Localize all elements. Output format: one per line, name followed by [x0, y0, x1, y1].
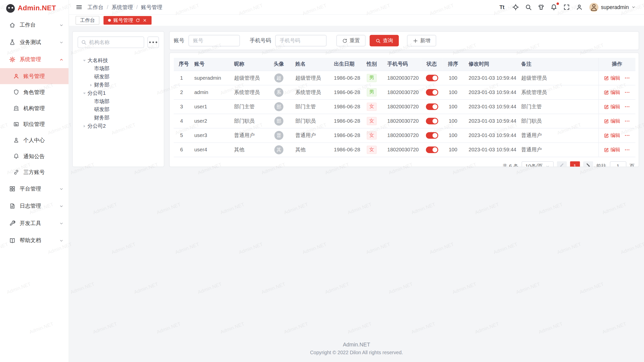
sidebar-subitem-2-1[interactable]: 角色管理 [0, 84, 69, 100]
next-page-button[interactable] [583, 161, 593, 167]
col-header-status: 状态 [421, 58, 442, 71]
sidebar-subitem-label: 账号管理 [23, 72, 45, 80]
tab-refresh-icon[interactable] [136, 18, 140, 23]
row-more-button[interactable] [624, 118, 630, 124]
sidebar-item-4[interactable]: 日志管理 [0, 197, 69, 215]
caret-right-icon[interactable] [81, 124, 87, 128]
status-toggle[interactable] [426, 103, 438, 110]
query-button[interactable]: 查询 [370, 35, 399, 47]
status-toggle[interactable] [426, 132, 438, 139]
sidebar-subitem-2-0[interactable]: 账号管理 [0, 68, 69, 84]
account-filter-label: 账号 [174, 37, 184, 44]
avatar: 其 [274, 145, 284, 154]
edit-button[interactable]: 编辑 [604, 146, 620, 153]
sidebar-subitem-2-5[interactable]: 通知公告 [0, 148, 69, 164]
user-menu[interactable]: superadmin [589, 3, 636, 12]
org-more-button[interactable] [147, 36, 159, 48]
edit-button[interactable]: 编辑 [604, 118, 620, 125]
row-more-button[interactable] [624, 89, 630, 95]
sidebar-item-5[interactable]: 开发工具 [0, 215, 69, 232]
status-toggle[interactable] [426, 147, 438, 153]
caret-down-icon[interactable] [81, 58, 87, 63]
status-toggle[interactable] [426, 75, 438, 81]
row-more-button[interactable] [624, 104, 630, 110]
tab-1[interactable]: 账号管理 [103, 16, 151, 25]
collapse-menu-icon[interactable] [75, 4, 83, 11]
caret-down-icon[interactable] [81, 91, 87, 96]
tree-node[interactable]: 市场部 [78, 97, 159, 106]
sidebar-subitem-label: 职位管理 [23, 120, 45, 128]
theme-icon[interactable] [538, 4, 545, 11]
notification-bell-icon[interactable] [550, 4, 557, 11]
sidebar-subitem-2-3[interactable]: 职位管理 [0, 116, 69, 132]
prev-page-button[interactable] [557, 161, 567, 167]
row-more-button[interactable] [624, 147, 630, 153]
log-icon [9, 203, 16, 209]
cell-phone: 18020030720 [382, 85, 421, 100]
col-header-seq: 序号 [174, 58, 189, 71]
sidebar-item-6[interactable]: 帮助文档 [0, 232, 69, 249]
cell-nickname: 普通用户 [229, 128, 267, 143]
user-icon[interactable] [576, 4, 583, 11]
edit-button[interactable]: 编辑 [604, 74, 620, 81]
edit-icon [604, 133, 609, 138]
page-1-button[interactable]: 1 [570, 161, 580, 167]
sidebar-item-1[interactable]: 业务测试 [0, 34, 69, 51]
avatar [589, 3, 598, 12]
breadcrumb-item[interactable]: 工作台 [88, 4, 104, 11]
logo[interactable]: Admin.NET [0, 0, 69, 16]
status-toggle[interactable] [426, 118, 438, 124]
chevron-down-icon [545, 164, 550, 167]
sidebar-subitem-2-4[interactable]: 个人中心 [0, 132, 69, 148]
page-size-select[interactable]: 10条/页 [522, 161, 553, 167]
sidebar-subitem-2-2[interactable]: 机构管理 [0, 100, 69, 116]
tab-close-icon[interactable] [143, 18, 147, 23]
org-search-field [78, 36, 144, 48]
sidebar: Admin.NET 工作台业务测试系统管理账号管理角色管理机构管理职位管理个人中… [0, 0, 69, 362]
cell-time: 2023-01-03 10:59:44 [464, 128, 516, 143]
tree-node[interactable]: 研发部 [78, 106, 159, 114]
status-toggle[interactable] [426, 89, 438, 96]
tree-node[interactable]: 分公司1 [78, 89, 159, 97]
edit-button[interactable]: 编辑 [604, 103, 620, 110]
cell-name: 部门职员 [290, 114, 329, 128]
row-more-button[interactable] [624, 132, 630, 138]
fullscreen-icon[interactable] [563, 4, 570, 11]
goto-label: 前往 [596, 163, 607, 167]
breadcrumb-item[interactable]: 系统管理 [111, 4, 133, 11]
sidebar-item-2[interactable]: 系统管理 [0, 51, 69, 68]
goto-page-input[interactable] [610, 161, 626, 167]
edit-button[interactable]: 编辑 [604, 132, 620, 139]
sidebar-subitem-2-6[interactable]: 三方账号 [0, 164, 69, 180]
cell-name: 系统管理员 [290, 85, 329, 100]
phone-filter-input[interactable] [275, 35, 327, 47]
sidebar-item-3[interactable]: 平台管理 [0, 180, 69, 198]
sidebar-subitem-label: 个人中心 [23, 137, 45, 144]
tree-node[interactable]: 分公司2 [78, 122, 159, 130]
tree-node[interactable]: 财务部 [78, 114, 159, 122]
tree-node[interactable]: 市场部 [78, 64, 159, 73]
reset-button[interactable]: 重置 [336, 35, 366, 47]
locate-icon[interactable] [512, 4, 519, 11]
footer-copyright: Copyright © 2022 Dilon All rights reserv… [69, 350, 644, 355]
tab-label: 账号管理 [113, 17, 133, 24]
tree-node[interactable]: 大名科技 [78, 56, 159, 65]
search-icon[interactable] [525, 4, 532, 11]
tree-node[interactable]: 财务部 [78, 81, 159, 89]
account-filter-input[interactable] [188, 35, 240, 47]
cell-seq: 4 [174, 114, 189, 128]
tree-node[interactable]: 研发部 [78, 73, 159, 81]
page-size-value: 10条/页 [525, 163, 543, 167]
caret-right-icon[interactable] [88, 83, 94, 87]
cell-remark: 普通用户 [516, 143, 598, 157]
add-button[interactable]: 新增 [407, 35, 436, 47]
sidebar-item-0[interactable]: 工作台 [0, 16, 69, 34]
font-size-icon[interactable]: Tt [499, 4, 506, 11]
link-icon [13, 169, 19, 175]
breadcrumb-item[interactable]: 账号管理 [141, 4, 162, 11]
cell-account: admin [189, 85, 229, 100]
tab-0[interactable]: 工作台 [75, 16, 99, 25]
org-search-input[interactable] [78, 36, 144, 48]
row-more-button[interactable] [624, 75, 630, 81]
edit-button[interactable]: 编辑 [604, 89, 620, 96]
